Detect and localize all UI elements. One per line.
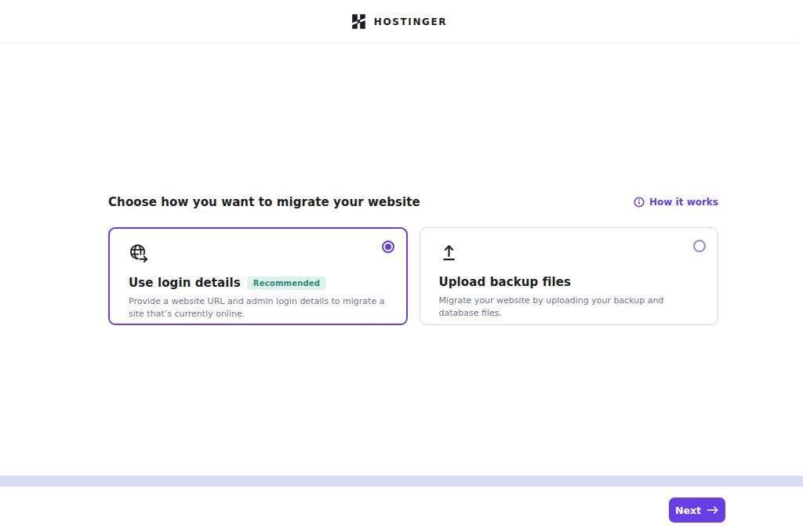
- option-card-use-login-details[interactable]: Use login details Recommended Provide a …: [108, 227, 408, 325]
- globe-arrow-icon: [129, 243, 150, 264]
- migration-wizard-page: HOSTINGER Choose how you want to migrate…: [0, 0, 803, 532]
- radio-upload-backup-files[interactable]: [693, 240, 706, 252]
- how-it-works-link[interactable]: How it works: [634, 197, 718, 208]
- upload-icon: [439, 242, 460, 263]
- main-content: Choose how you want to migrate your webs…: [108, 193, 718, 325]
- radio-use-login-details[interactable]: [382, 241, 394, 253]
- option-description: Provide a website URL and admin login de…: [129, 295, 387, 320]
- recommended-badge: Recommended: [247, 277, 326, 290]
- top-header: HOSTINGER: [0, 0, 798, 44]
- info-icon: [634, 197, 645, 208]
- how-it-works-label: How it works: [649, 197, 718, 208]
- arrow-right-icon: [707, 505, 719, 515]
- option-title: Use login details: [129, 276, 241, 290]
- option-card-upload-backup-files[interactable]: Upload backup files Migrate your website…: [420, 227, 719, 325]
- option-title: Upload backup files: [439, 275, 572, 289]
- radio-selected-dot: [385, 244, 391, 250]
- option-description: Migrate your website by uploading your b…: [439, 295, 699, 320]
- content-header-row: Choose how you want to migrate your webs…: [108, 193, 718, 212]
- progress-bar-track: [0, 476, 803, 487]
- card-title-row: Use login details Recommended: [129, 276, 387, 290]
- hostinger-logo-icon: [351, 13, 367, 30]
- hostinger-logo-text: HOSTINGER: [374, 16, 447, 27]
- page-title: Choose how you want to migrate your webs…: [108, 195, 420, 209]
- next-button-label: Next: [675, 505, 701, 516]
- hostinger-logo: HOSTINGER: [351, 13, 447, 30]
- migration-options: Use login details Recommended Provide a …: [108, 227, 718, 325]
- card-title-row: Upload backup files: [439, 275, 699, 289]
- next-button[interactable]: Next: [669, 498, 725, 523]
